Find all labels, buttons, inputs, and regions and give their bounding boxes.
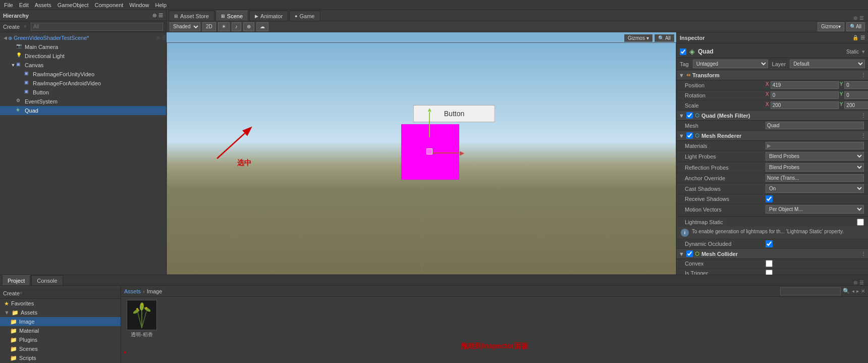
- mesh-collider-component-header[interactable]: ▼ ⬡ Mesh Collider ⋮: [677, 249, 868, 259]
- menu-component[interactable]: Component: [94, 2, 123, 8]
- hierarchy-item-quad[interactable]: ◈ Quad: [0, 106, 166, 115]
- main-panel-icon2[interactable]: ☰: [859, 15, 864, 21]
- dynamic-occluded-checkbox[interactable]: [766, 240, 773, 247]
- all-btn[interactable]: 🔍 All: [846, 22, 865, 31]
- lightmap-static-checkbox[interactable]: [857, 219, 864, 226]
- rot-y-input[interactable]: [844, 91, 868, 99]
- asset-item-transparent-daoxiang[interactable]: 透明-稻香: [124, 300, 159, 338]
- hierarchy-item-eventsystem[interactable]: ⚙ EventSystem: [0, 97, 166, 106]
- hierarchy-menu-icon[interactable]: ☰: [158, 13, 163, 18]
- hierarchy-create-btn[interactable]: Create: [3, 24, 20, 30]
- tab-asset-store[interactable]: ⊞ Asset Store: [169, 11, 214, 21]
- hierarchy-item-rawimage-unity[interactable]: ▣ RawImageForUnityVideo: [0, 70, 166, 79]
- main-panel-icon1[interactable]: ⊜: [853, 15, 857, 21]
- sidebar-assets[interactable]: ▼ 📁 Assets: [0, 308, 121, 317]
- star-icon: ★: [4, 300, 9, 307]
- hierarchy-item-directional-light[interactable]: 💡 Directional Light: [0, 51, 166, 61]
- rot-x-input[interactable]: [771, 91, 839, 99]
- scene-viewport[interactable]: Button 选中: [167, 32, 676, 275]
- folder-material-icon: 📁: [10, 328, 17, 334]
- hierarchy-scene-root[interactable]: ◀ ⊕ GreenVideoShaderTestScene* ⊜ ☰: [0, 33, 166, 42]
- gizmos-btn[interactable]: Gizmos ▾: [818, 22, 844, 31]
- meshrenderer-menu-icon[interactable]: ⋮: [861, 133, 866, 138]
- breadcrumb-assets[interactable]: Assets: [124, 288, 141, 294]
- reflection-probes-select[interactable]: Blend Probes: [766, 163, 864, 172]
- meshcollider-enabled-checkbox[interactable]: [686, 250, 693, 257]
- all-label: All: [856, 24, 861, 29]
- effects-btn[interactable]: ⊕: [243, 22, 254, 31]
- inspector-lock-icon[interactable]: 🔒: [852, 35, 858, 40]
- hierarchy-lock-icon[interactable]: ⊜: [152, 13, 156, 18]
- tab-scene[interactable]: ⊞ Scene: [215, 11, 248, 21]
- sidebar-scripts[interactable]: 📁 Scripts: [0, 353, 121, 362]
- hierarchy-item-canvas[interactable]: ▼ ▣ Canvas: [0, 61, 166, 70]
- motion-vectors-select[interactable]: Per Object M...: [766, 205, 864, 214]
- pos-y-input[interactable]: [844, 81, 868, 89]
- scale-y-input[interactable]: [844, 101, 868, 109]
- tag-dropdown[interactable]: Untagged: [693, 60, 768, 68]
- convex-checkbox[interactable]: [766, 260, 773, 267]
- transform-menu-icon[interactable]: ⋮: [861, 72, 866, 78]
- breadcrumb-image[interactable]: Image: [147, 288, 162, 294]
- meshcollider-menu-icon[interactable]: ⋮: [861, 251, 866, 256]
- cast-shadows-select[interactable]: On: [766, 184, 864, 193]
- lighting-btn[interactable]: ☀: [218, 22, 230, 31]
- sidebar-image[interactable]: 📁 Image: [0, 317, 121, 326]
- inspector-content: ◈ Quad Static ▾ Tag Untagged Layer Defau: [677, 43, 868, 275]
- transform-component-header[interactable]: ▼ ⇔ Transform ⋮: [677, 70, 868, 80]
- is-trigger-checkbox[interactable]: [766, 270, 773, 275]
- scale-x-input[interactable]: [771, 101, 839, 109]
- mesh-filter-mesh-value[interactable]: Quad: [766, 122, 864, 129]
- hierarchy-item-rawimage-android[interactable]: ▣ RawImageForAndroidVideo: [0, 79, 166, 88]
- gizmos-dropdown-btn[interactable]: Gizmos ▾: [624, 34, 653, 42]
- tab-console[interactable]: Console: [31, 275, 63, 285]
- meshfilter-collapse-icon: ▼: [679, 113, 684, 119]
- tab-project[interactable]: Project: [2, 275, 30, 285]
- materials-expand[interactable]: ▶: [766, 142, 864, 149]
- hierarchy-search-input[interactable]: [31, 23, 163, 31]
- meshfilter-menu-icon[interactable]: ⋮: [861, 113, 866, 118]
- menu-edit[interactable]: Edit: [19, 2, 29, 8]
- menu-window[interactable]: Window: [129, 2, 149, 8]
- project-create-btn[interactable]: Create: [3, 290, 20, 296]
- object-active-checkbox[interactable]: [680, 48, 686, 55]
- asset-nav-back-icon[interactable]: ◂: [852, 288, 854, 294]
- pos-x-input[interactable]: [771, 81, 839, 89]
- sidebar-scenes[interactable]: 📁 Scenes: [0, 344, 121, 353]
- hierarchy-item-main-camera[interactable]: 📷 Main Camera: [0, 42, 166, 51]
- mesh-renderer-component-header[interactable]: ▼ ⬡ Mesh Renderer ⋮: [677, 131, 868, 141]
- meshfilter-enabled-checkbox[interactable]: [686, 112, 693, 119]
- menu-help[interactable]: Help: [155, 2, 167, 8]
- asset-close-icon[interactable]: ✕: [861, 288, 865, 294]
- menu-assets[interactable]: Assets: [35, 2, 51, 8]
- tab-game[interactable]: ● Game: [289, 11, 320, 21]
- layer-dropdown[interactable]: Default: [790, 60, 865, 68]
- tab-animator[interactable]: ▶ Animator: [249, 11, 288, 21]
- inspector-menu-icon[interactable]: ☰: [860, 35, 865, 40]
- hierarchy-item-button[interactable]: ▣ Button: [0, 88, 166, 97]
- receive-shadows-checkbox[interactable]: [766, 195, 773, 202]
- mesh-filter-component-header[interactable]: ▼ ⬡ Quad (Mesh Filter) ⋮: [677, 111, 868, 121]
- menu-gameobject[interactable]: GameObject: [58, 2, 89, 8]
- static-dropdown-icon[interactable]: ▾: [862, 48, 865, 55]
- asset-search-icon[interactable]: 🔍: [843, 288, 850, 294]
- sidebar-favorites[interactable]: ★ Favorites: [0, 299, 121, 308]
- scene-all-btn[interactable]: 🔍 All: [655, 34, 674, 42]
- sidebar-material[interactable]: 📁 Material: [0, 326, 121, 335]
- asset-nav-forward-icon[interactable]: ▸: [856, 288, 859, 294]
- sidebar-scenes-label: Scenes: [19, 346, 38, 352]
- anchor-override-value[interactable]: None (Trans...: [766, 174, 864, 182]
- project-asset-toolbar: Assets › Image 🔍 ◂ ▸ ✕: [121, 286, 868, 297]
- 2d-toggle[interactable]: 2D: [202, 22, 216, 31]
- bottom-menu-icon[interactable]: ☰: [859, 280, 864, 285]
- menu-file[interactable]: File: [4, 2, 13, 8]
- sidebar-plugins[interactable]: 📁 Plugins: [0, 335, 121, 344]
- hidden-obj-btn[interactable]: ☁: [256, 22, 268, 31]
- meshrenderer-enabled-checkbox[interactable]: [686, 132, 693, 139]
- audio-btn[interactable]: ♪: [232, 22, 241, 31]
- asset-search-input[interactable]: [780, 287, 841, 295]
- bottom-lock-icon[interactable]: ⊜: [853, 280, 857, 285]
- convex-row: Convex: [677, 259, 868, 269]
- shading-dropdown[interactable]: Shaded: [170, 22, 200, 31]
- light-probes-select[interactable]: Blend Probes: [766, 152, 864, 161]
